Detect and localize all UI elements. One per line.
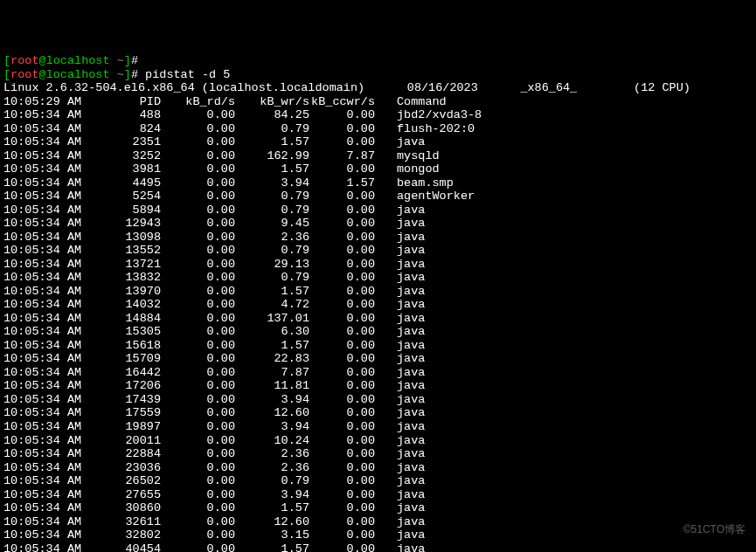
cell-cmd: java <box>397 542 425 552</box>
cell-cmd: java <box>397 379 425 393</box>
cell-ccwr: 0.00 <box>309 420 375 434</box>
cell-time: 10:05:34 AM <box>3 474 87 488</box>
cell-pid: 22884 <box>87 447 161 461</box>
bracket-open: [ <box>3 68 10 81</box>
cell-wr: 1.57 <box>235 162 309 176</box>
cell-time: 10:05:34 AM <box>3 420 87 434</box>
cell-pid: 19897 <box>87 420 161 434</box>
cell-ccwr: 0.00 <box>309 122 375 136</box>
cell-time: 10:05:34 AM <box>3 122 87 136</box>
prompt-host: localhost <box>46 54 110 67</box>
cell-pid: 13832 <box>87 271 161 285</box>
cell-ccwr: 0.00 <box>309 339 375 353</box>
cell-cmd: java <box>397 271 425 285</box>
cell-time: 10:05:34 AM <box>3 108 87 122</box>
cell-ccwr: 0.00 <box>309 108 375 122</box>
cell-cmd: java <box>397 488 425 502</box>
cell-rd: 0.00 <box>161 420 235 434</box>
cell-pid: 13552 <box>87 244 161 258</box>
cell-cmd: java <box>397 515 425 529</box>
cell-ccwr: 0.00 <box>309 474 375 488</box>
cell-pid: 3252 <box>87 149 161 163</box>
prompt-line-cmd[interactable]: [root@localhost ~]# pidstat -d 5 <box>3 68 753 82</box>
cell-time: 10:05:34 AM <box>3 231 87 245</box>
cell-cmd: java <box>397 217 425 231</box>
cell-pid: 30860 <box>87 501 161 515</box>
cpu-info: (12 CPU) <box>634 81 690 94</box>
cell-cmd: java <box>397 258 425 272</box>
cell-wr: 1.57 <box>235 135 309 149</box>
cell-wr: 29.13 <box>235 258 309 272</box>
table-row: 10:05:34 AM276550.003.940.00java <box>3 488 753 502</box>
cell-rd: 0.00 <box>161 176 235 190</box>
cell-ccwr: 0.00 <box>309 258 375 272</box>
prompt-cwd: ~ <box>117 54 124 67</box>
cell-time: 10:05:34 AM <box>3 298 87 312</box>
bracket-close: ] <box>124 68 131 81</box>
cell-ccwr: 0.00 <box>309 488 375 502</box>
table-row: 10:05:34 AM326110.0012.600.00java <box>3 515 753 529</box>
cell-pid: 26502 <box>87 474 161 488</box>
cell-ccwr: 7.87 <box>309 149 375 163</box>
cell-pid: 16442 <box>87 366 161 380</box>
cell-time: 10:05:34 AM <box>3 515 87 529</box>
cell-wr: 0.79 <box>235 204 309 217</box>
table-row: 10:05:34 AM58940.000.790.00java <box>3 204 753 217</box>
cell-ccwr: 0.00 <box>309 244 375 258</box>
table-row: 10:05:34 AM52540.000.790.00agentWorker <box>3 190 753 204</box>
table-row: 10:05:34 AM4880.0084.250.00jbd2/xvda3-8 <box>3 108 753 122</box>
cell-ccwr: 0.00 <box>309 528 375 542</box>
cell-pid: 5894 <box>87 204 161 217</box>
cell-cmd: java <box>397 501 425 515</box>
cell-rd: 0.00 <box>161 515 235 529</box>
cell-cmd: java <box>397 135 425 149</box>
cell-time: 10:05:34 AM <box>3 258 87 272</box>
bracket-close: ] <box>124 54 131 67</box>
cell-rd: 0.00 <box>161 162 235 176</box>
cell-wr: 3.15 <box>235 528 309 542</box>
cell-time: 10:05:34 AM <box>3 461 87 475</box>
cell-ccwr: 0.00 <box>309 393 375 407</box>
sysinfo-line: Linux 2.6.32-504.el6.x86_64 (localhost.l… <box>3 81 690 94</box>
cell-wr: 2.36 <box>235 461 309 475</box>
cell-wr: 3.94 <box>235 420 309 434</box>
cell-ccwr: 0.00 <box>309 162 375 176</box>
table-row: 10:05:34 AM39810.001.570.00mongod <box>3 162 753 176</box>
cell-ccwr: 0.00 <box>309 501 375 515</box>
cell-time: 10:05:34 AM <box>3 190 87 204</box>
cell-cmd: java <box>397 298 425 312</box>
bracket-open: [ <box>3 54 10 67</box>
cell-rd: 0.00 <box>161 461 235 475</box>
cell-rd: 0.00 <box>161 244 235 258</box>
cell-cmd: agentWorker <box>397 190 475 204</box>
cell-wr: 0.79 <box>235 244 309 258</box>
cell-ccwr: 1.57 <box>309 176 375 190</box>
cell-pid: 15709 <box>87 352 161 366</box>
cell-rd: 0.00 <box>161 312 235 326</box>
cell-rd: 0.00 <box>161 474 235 488</box>
cell-cmd: jbd2/xvda3-8 <box>397 108 482 122</box>
table-row: 10:05:34 AM138320.000.790.00java <box>3 271 753 285</box>
cell-rd: 0.00 <box>161 447 235 461</box>
table-row: 10:05:34 AM404540.001.570.00java <box>3 542 753 552</box>
table-row: 10:05:34 AM308600.001.570.00java <box>3 501 753 515</box>
cell-rd: 0.00 <box>161 204 235 217</box>
prompt-host: localhost <box>46 68 110 81</box>
cell-time: 10:05:34 AM <box>3 135 87 149</box>
table-row: 10:05:34 AM139700.001.570.00java <box>3 285 753 299</box>
cell-pid: 17439 <box>87 393 161 407</box>
cell-cmd: mysqld <box>397 149 440 163</box>
table-row: 10:05:34 AM230360.002.360.00java <box>3 461 753 475</box>
cell-cmd: java <box>397 393 425 407</box>
table-row: 10:05:34 AM265020.000.790.00java <box>3 474 753 488</box>
cell-wr: 10.24 <box>235 434 309 448</box>
cell-wr: 2.36 <box>235 447 309 461</box>
cell-ccwr: 0.00 <box>309 298 375 312</box>
cell-time: 10:05:34 AM <box>3 244 87 258</box>
cell-wr: 1.57 <box>235 501 309 515</box>
cell-pid: 12943 <box>87 217 161 231</box>
prompt-cwd: ~ <box>117 68 124 81</box>
watermark: ©51CTO博客 <box>683 524 746 536</box>
table-row: 10:05:34 AM198970.003.940.00java <box>3 420 753 434</box>
prompt-symbol: # <box>131 54 138 67</box>
